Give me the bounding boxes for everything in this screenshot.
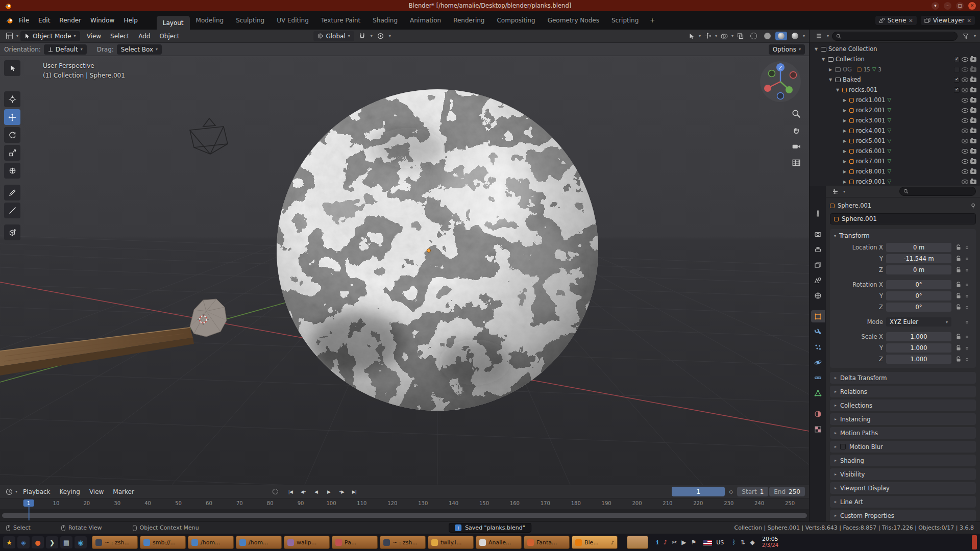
hide-eye-icon[interactable] (962, 149, 968, 154)
collapsed-panel[interactable]: ▸ Delta Transform (830, 372, 976, 384)
proportional-editing-icon[interactable] (376, 31, 386, 41)
launcher-icon[interactable]: ★ (3, 536, 15, 548)
transport-button[interactable]: ▶| (349, 487, 360, 496)
transform-value-field[interactable]: 0 m (886, 265, 951, 274)
animate-dot[interactable] (966, 358, 968, 361)
hide-eye-icon[interactable] (962, 57, 968, 62)
hide-eye-icon[interactable] (962, 169, 968, 174)
viewport-3d[interactable]: User Perspective (1) Collection | Sphere… (0, 56, 809, 485)
launcher-icon[interactable]: ▤ (60, 536, 72, 548)
hide-eye-icon[interactable] (962, 67, 968, 72)
transform-value-field[interactable]: 0° (886, 291, 951, 300)
show-desktop-button[interactable] (972, 535, 977, 549)
tool-move[interactable] (4, 109, 20, 125)
tray-icon[interactable]: ⚑ (691, 539, 697, 546)
properties-editor-icon[interactable] (830, 186, 840, 196)
transform-panel-header[interactable]: ▾ Transform (830, 230, 976, 241)
outliner-row-rock[interactable]: ▶ rock6.001 ▽ (810, 146, 980, 156)
workspace-tab[interactable]: Rendering (447, 11, 491, 30)
drag-setting-dropdown[interactable]: Select Box ▾ (117, 44, 162, 55)
tool-cursor[interactable] (4, 91, 20, 107)
remove-viewlayer-icon[interactable]: ✕ (967, 18, 971, 23)
scene-selector[interactable]: Scene ✕ (875, 16, 917, 25)
navigation-gizmo[interactable]: Z (759, 60, 802, 103)
overlays-toggle-icon[interactable] (719, 31, 729, 41)
workspace-tab[interactable]: UV Editing (271, 11, 315, 30)
outliner-row-rock[interactable]: ▶ rock8.001 ▽ (810, 166, 980, 177)
hide-eye-icon[interactable] (962, 98, 968, 103)
disclosure-triangle-icon[interactable]: ▶ (842, 169, 847, 174)
render-visibility-icon[interactable] (970, 88, 976, 92)
viewport-menu-item[interactable]: View (82, 32, 106, 41)
disclosure-triangle-icon[interactable]: ▶ (828, 67, 833, 72)
taskbar-window-button[interactable]: ~ : zsh... (92, 536, 138, 549)
transform-value-field[interactable]: 0° (886, 280, 951, 289)
playhead[interactable]: 1 (23, 499, 34, 507)
taskbar-window-button[interactable]: Analie... (476, 536, 522, 549)
tool-transform[interactable] (4, 163, 20, 179)
menu-item[interactable]: Help (119, 15, 142, 26)
render-visibility-icon[interactable] (970, 149, 976, 154)
xray-toggle-icon[interactable] (736, 31, 746, 41)
transport-button[interactable]: ◀ (310, 487, 322, 496)
transport-button[interactable]: ▶ (323, 487, 334, 496)
keyboard-flag-icon[interactable] (703, 540, 712, 545)
tab-tool[interactable] (811, 207, 825, 219)
tray-icon[interactable]: ♪ (664, 539, 668, 546)
lock-icon[interactable] (954, 244, 963, 251)
collapsed-panel[interactable]: ▸ Shading (830, 455, 976, 466)
menu-item[interactable]: File (14, 15, 34, 26)
gizmo-neg-x-axis[interactable] (790, 72, 797, 79)
tab-texture[interactable] (811, 423, 825, 435)
taskbar-window-button[interactable]: /hom... (188, 536, 234, 549)
lock-icon[interactable] (954, 256, 963, 262)
taskbar-window-button[interactable]: twily.i... (428, 536, 474, 549)
taskbar-window-button[interactable]: Pa... (332, 536, 378, 549)
tool-select-box[interactable] (4, 60, 20, 76)
tab-scene[interactable] (811, 274, 825, 286)
auto-keyframe-toggle[interactable] (273, 489, 278, 494)
outliner-row-rock[interactable]: ▶ rock9.001 ▽ (810, 177, 980, 186)
transform-value-field[interactable]: -11.544 m (886, 254, 951, 263)
outliner-row-rock[interactable]: ▶ rock1.001 ▽ (810, 95, 980, 105)
render-visibility-icon[interactable] (970, 98, 976, 103)
taskbar-blank-button[interactable] (627, 536, 648, 549)
pan-hand-icon[interactable] (792, 126, 801, 135)
render-visibility-icon[interactable] (970, 159, 976, 164)
timeline-menu-item[interactable]: Marker (108, 487, 138, 496)
gizmo-neg-y-axis[interactable] (769, 70, 775, 77)
keying-set-icon[interactable]: ◇ (726, 487, 736, 497)
tab-physics[interactable] (811, 356, 825, 368)
animate-dot[interactable] (966, 321, 968, 323)
tool-add-cube[interactable] (4, 224, 20, 240)
window-menu-button[interactable]: ▾ (932, 2, 939, 10)
menu-item[interactable]: Edit (34, 15, 55, 26)
transport-button[interactable]: •▶ (336, 487, 347, 496)
gizmo-neg-z-axis[interactable] (777, 93, 784, 99)
disclosure-triangle-icon[interactable]: ▶ (842, 108, 847, 113)
transform-value-field[interactable]: 1.000 (886, 355, 951, 364)
close-button[interactable]: ✕ (968, 2, 976, 10)
outliner-row-rock[interactable]: ▶ rock4.001 ▽ (810, 126, 980, 136)
tab-object[interactable] (811, 310, 825, 322)
tray-icon[interactable]: ᛒ (732, 539, 736, 546)
lock-icon[interactable] (954, 334, 963, 340)
disclosure-triangle-icon[interactable]: ▶ (842, 98, 847, 103)
animate-dot[interactable] (966, 306, 968, 309)
hide-eye-icon[interactable] (962, 129, 968, 133)
viewport-scene[interactable] (0, 56, 809, 485)
disclosure-triangle-icon[interactable]: ▶ (842, 139, 847, 143)
outliner-row-rock[interactable]: ▶ rock7.001 ▽ (810, 156, 980, 166)
tray-icon[interactable]: ◆ (750, 539, 755, 546)
animate-dot[interactable] (966, 347, 968, 349)
timeline-menu-item[interactable]: Keying (55, 487, 85, 496)
tab-material[interactable] (811, 408, 825, 420)
hide-eye-icon[interactable] (962, 108, 968, 113)
collapsed-panel[interactable]: ▸ Visibility (830, 468, 976, 480)
lock-icon[interactable] (954, 304, 963, 310)
save-notification[interactable]: i Saved "planks.blend" (449, 523, 531, 533)
unlink-scene-icon[interactable]: ✕ (909, 18, 913, 23)
outliner-row-rocks-parent[interactable]: ▼ rocks.001 (810, 85, 980, 95)
taskbar-window-button[interactable]: /hom... (236, 536, 282, 549)
disclosure-triangle-icon[interactable]: ▼ (821, 57, 826, 62)
